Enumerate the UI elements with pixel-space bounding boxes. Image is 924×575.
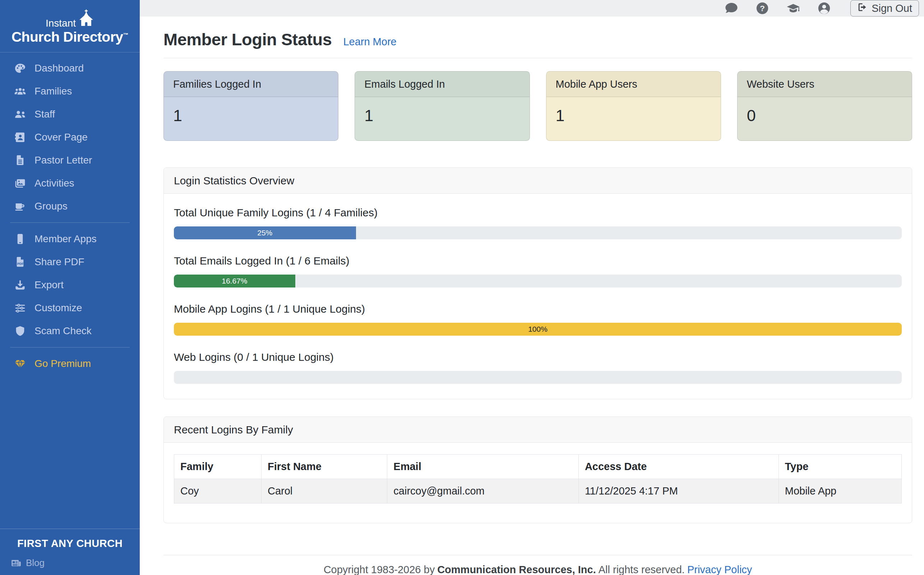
column-header-first-name: First Name [262, 454, 387, 479]
sidebar-item-go-premium[interactable]: Go Premium [0, 352, 140, 375]
sidebar-footer: FIRST ANY CHURCH Blog [0, 529, 140, 575]
stat-card-emails-logged-in: Emails Logged In1 [355, 71, 529, 141]
page-footer: Copyright 1983-2026 byCommunication Reso… [163, 555, 912, 575]
progress-fill: 16.67% [174, 275, 295, 288]
shield-icon [14, 325, 26, 337]
company-name: Communication Resources, Inc. [437, 564, 596, 575]
sidebar-item-label: Go Premium [35, 358, 91, 369]
rights-text: All rights reserved. [599, 564, 685, 575]
column-header-email: Email [387, 454, 579, 479]
progress-label: Mobile App Logins (1 / 1 Unique Logins) [174, 303, 902, 315]
table-cell: Carol [262, 479, 387, 504]
privacy-policy-link[interactable]: Privacy Policy [687, 564, 752, 575]
sidebar-item-activities[interactable]: Activities [0, 172, 140, 195]
sidebar-item-pastor-letter[interactable]: Pastor Letter [0, 149, 140, 172]
table-cell: 11/12/2025 4:17 PM [578, 479, 778, 504]
progress-track: 25% [174, 226, 902, 239]
sidebar-item-label: Customize [35, 302, 82, 314]
blog-label: Blog [26, 558, 44, 569]
sidebar-item-label: Dashboard [35, 62, 84, 74]
learn-more-link[interactable]: Learn More [343, 36, 396, 48]
stat-card-families-logged-in: Families Logged In1 [163, 71, 338, 141]
palette-icon [14, 62, 26, 74]
church-name: FIRST ANY CHURCH [0, 538, 140, 550]
logo-text-instant: Instant [46, 17, 76, 29]
sidebar-item-export[interactable]: Export [0, 273, 140, 297]
users-icon [14, 86, 26, 97]
sidebar-item-dashboard[interactable]: Dashboard [0, 57, 140, 80]
stat-block-mobile-app-logins-1-1-unique-logins: Mobile App Logins (1 / 1 Unique Logins)1… [174, 303, 902, 336]
column-header-access-date: Access Date [578, 454, 778, 479]
table-cell: Mobile App [778, 479, 901, 504]
newspaper-icon [11, 558, 22, 568]
stat-card-title: Families Logged In [164, 71, 338, 97]
sidebar-nav-premium: Go Premium [0, 352, 140, 375]
copyright-text: Copyright 1983-2026 by [324, 564, 435, 575]
login-statistics-card: Login Statistics Overview Total Unique F… [163, 167, 912, 399]
recent-logins-table: FamilyFirst NameEmailAccess DateType Coy… [174, 454, 902, 504]
table-cell: Coy [174, 479, 262, 504]
progress-fill: 100% [174, 323, 902, 336]
progress-label: Web Logins (0 / 1 Unique Logins) [174, 351, 902, 363]
stat-card-value: 1 [355, 97, 529, 134]
sign-out-button[interactable]: Sign Out [850, 0, 919, 16]
sidebar-item-label: Export [35, 279, 63, 291]
stat-card-value: 0 [737, 97, 912, 134]
title-divider [163, 58, 912, 58]
download-icon [14, 279, 26, 291]
sidebar-item-scam-check[interactable]: Scam Check [0, 319, 140, 343]
stat-card-value: 1 [547, 97, 721, 134]
main-area: ? Sign Out Member Login Status Learn Mor… [140, 0, 924, 575]
column-header-type: Type [778, 454, 901, 479]
training-icon[interactable] [786, 2, 800, 15]
sidebar-item-families[interactable]: Families [0, 80, 140, 103]
progress-label: Total Unique Family Logins (1 / 4 Famili… [174, 206, 902, 219]
page-title: Member Login Status [163, 29, 331, 49]
sidebar-item-label: Share PDF [35, 256, 84, 268]
sidebar-item-label: Cover Page [35, 132, 88, 143]
images-icon [14, 178, 26, 189]
svg-text:?: ? [760, 3, 765, 13]
sidebar-item-groups[interactable]: Groups [0, 195, 140, 218]
table-cell: caircoy@gmail.com [387, 479, 579, 504]
sidebar-item-share-pdf[interactable]: PDFShare PDF [0, 251, 140, 273]
table-row: CoyCarolcaircoy@gmail.com11/12/2025 4:17… [174, 479, 902, 504]
sidebar-item-member-apps[interactable]: Member Apps [0, 227, 140, 251]
progress-label: Total Emails Logged In (1 / 6 Emails) [174, 255, 902, 267]
app-logo[interactable]: Instant Church Directory™ [0, 0, 140, 52]
stat-card-title: Mobile App Users [547, 71, 721, 97]
sidebar-item-staff[interactable]: Staff [0, 103, 140, 126]
stat-card-value: 1 [164, 97, 338, 134]
sign-out-label: Sign Out [872, 3, 912, 14]
sidebar-item-customize[interactable]: Customize [0, 297, 140, 319]
stat-card-website-users: Website Users0 [737, 71, 912, 141]
sidebar-item-cover-page[interactable]: Cover Page [0, 126, 140, 149]
sidebar-nav-primary: DashboardFamiliesStaffCover PagePastor L… [0, 52, 140, 218]
progress-track [174, 371, 902, 384]
login-statistics-header: Login Statistics Overview [164, 168, 912, 194]
page-content: Member Login Status Learn More Families … [140, 16, 924, 575]
file-pdf-icon: PDF [14, 256, 26, 268]
sidebar-item-label: Scam Check [35, 325, 92, 337]
column-header-family: Family [174, 454, 262, 479]
help-icon[interactable]: ? [756, 2, 769, 15]
sidebar-item-blog[interactable]: Blog [0, 550, 140, 575]
stat-card-title: Website Users [737, 71, 912, 97]
stat-card-title: Emails Logged In [355, 71, 529, 97]
topbar: ? Sign Out [140, 0, 924, 16]
progress-track: 100% [174, 323, 902, 336]
account-icon[interactable] [817, 2, 831, 15]
login-statistics-body: Total Unique Family Logins (1 / 4 Famili… [164, 194, 912, 399]
logo-tm: ™ [123, 32, 128, 38]
chat-icon[interactable] [724, 2, 738, 15]
recent-logins-header: Recent Logins By Family [164, 417, 912, 443]
sidebar-item-label: Families [35, 86, 72, 97]
stat-block-total-emails-logged-in-1-6-emails: Total Emails Logged In (1 / 6 Emails)16.… [174, 255, 902, 288]
mug-icon [14, 200, 26, 212]
stat-block-web-logins-0-1-unique-logins: Web Logins (0 / 1 Unique Logins) [174, 351, 902, 384]
progress-track: 16.67% [174, 275, 902, 288]
address-book-icon [14, 132, 26, 143]
progress-fill: 25% [174, 226, 356, 239]
sidebar-item-label: Activities [35, 178, 74, 189]
sidebar-item-label: Staff [35, 108, 55, 120]
